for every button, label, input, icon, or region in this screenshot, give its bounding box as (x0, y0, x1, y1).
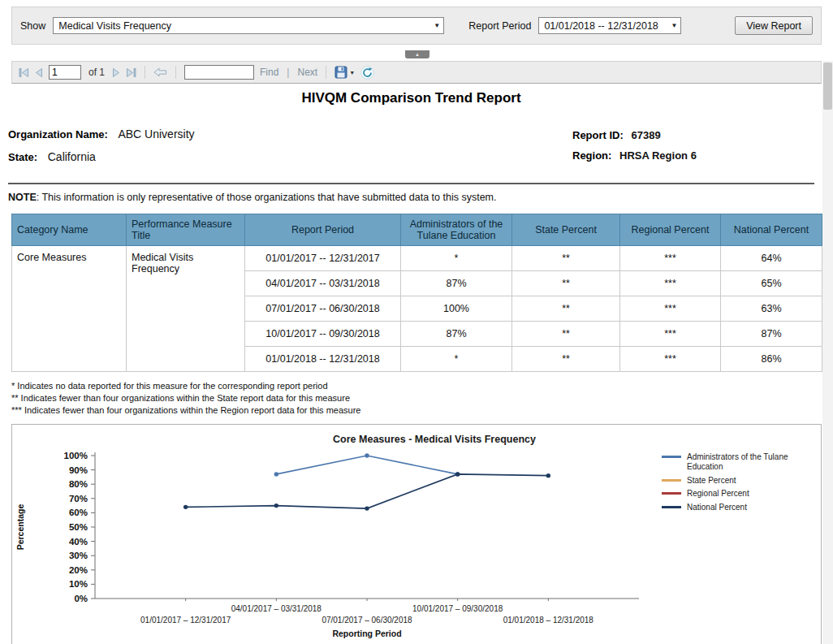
export-save-icon[interactable]: ▼ (334, 66, 355, 79)
series-point (183, 504, 188, 508)
y-tick-label: 80% (69, 479, 88, 489)
national-cell: 87% (721, 322, 822, 347)
col-state-percent: State Percent (512, 214, 620, 246)
first-page-icon[interactable] (19, 68, 29, 77)
series-line (186, 473, 549, 508)
table-row: Core Measures Medical Visits Frequency 0… (12, 246, 822, 271)
period-cell: 10/01/2017 -- 09/30/2018 (245, 322, 401, 347)
legend-label: State Percent (687, 476, 736, 486)
organization-label: Organization Name: (8, 128, 108, 140)
category-cell: Core Measures (12, 246, 127, 372)
organization-value: ABC University (118, 128, 194, 140)
note-label: NOTE (8, 192, 37, 203)
report-toolbar: of 1 Find | Next ▼ (11, 61, 822, 84)
report-viewer: Show Medical Visits Frequency ▼ Report P… (0, 0, 833, 644)
back-to-parent-icon[interactable] (153, 67, 167, 77)
state-cell: ** (512, 347, 620, 372)
last-page-icon[interactable] (126, 68, 136, 77)
report-content: HIVQM Comparison Trend Report Organizati… (0, 84, 822, 644)
period-cell: 04/01/2017 -- 03/31/2018 (245, 271, 401, 296)
national-cell: 86% (721, 347, 822, 372)
report-period-value: 01/01/2018 -- 12/31/2018 (544, 20, 658, 32)
period-cell: 07/01/2017 -- 06/30/2018 (245, 296, 401, 322)
region-label: Region: (572, 149, 611, 162)
find-text-input[interactable] (184, 65, 254, 80)
divider (8, 183, 814, 184)
page-title: HIVQM Comparison Trend Report (0, 90, 822, 106)
legend-item: Regional Percent (662, 489, 814, 499)
national-cell: 65% (721, 271, 822, 296)
series-point (274, 503, 278, 507)
series-point (455, 472, 460, 476)
show-dropdown[interactable]: Medical Visits Frequency ▼ (53, 17, 444, 34)
col-national-percent: National Percent (721, 214, 822, 246)
chart-xlabel: Reporting Period (332, 629, 401, 638)
chevron-down-icon: ▼ (434, 22, 440, 29)
splitter-collapse-handle[interactable]: ▲ (405, 50, 429, 58)
col-report-period: Report Period (245, 214, 401, 246)
page-count-label: of 1 (88, 67, 105, 78)
measure-cell: Medical Visits Frequency (127, 246, 245, 372)
legend-item: State Percent (662, 476, 814, 486)
report-period-label: Report Period (468, 20, 531, 32)
series-line (276, 456, 457, 474)
x-tick-label: 01/01/2017 – 12/31/2017 (140, 616, 231, 625)
admin-cell: * (401, 246, 512, 271)
y-tick-label: 30% (69, 551, 88, 560)
chart-legend: Administrators of the Tulane EducationSt… (662, 452, 814, 516)
series-point (274, 472, 278, 476)
admin-cell: 100% (401, 296, 512, 322)
x-tick-label: 04/01/2017 – 03/31/2018 (231, 604, 322, 613)
legend-swatch (662, 506, 681, 508)
x-tick-label: 07/01/2017 – 06/30/2018 (322, 616, 412, 625)
y-tick-label: 70% (69, 493, 88, 503)
organization-field: Organization Name: ABC University (8, 128, 195, 140)
state-cell: ** (512, 296, 620, 322)
footnote-double-asterisk: ** Indicates fewer than four organizatio… (11, 392, 811, 404)
next-page-icon[interactable] (112, 68, 120, 77)
footnote-triple-asterisk: *** Indicates fewer than four organizati… (11, 404, 811, 417)
report-meta-fields: Report ID: 67389 Region: HRSA Region 6 (572, 129, 697, 170)
current-page-input[interactable] (49, 65, 81, 80)
region-field: Region: HRSA Region 6 (572, 149, 697, 162)
comparison-table: Category Name Performance Measure Title … (11, 214, 822, 372)
trend-chart: Core Measures - Medical Visits Frequency… (11, 424, 822, 644)
parameter-splitter: ▲ (0, 50, 833, 60)
region-cell: *** (620, 271, 721, 296)
state-field: State: California (8, 150, 96, 163)
show-label: Show (20, 20, 45, 32)
col-regional-percent: Regional Percent (620, 214, 721, 246)
y-tick-label: 100% (64, 451, 88, 460)
state-label: State: (8, 151, 37, 163)
find-next-separator: | (287, 67, 289, 78)
chart-ylabel: Percentage (15, 504, 25, 550)
legend-label: Regional Percent (687, 489, 749, 499)
national-cell: 64% (721, 246, 822, 271)
report-id-label: Report ID: (572, 129, 624, 141)
x-tick-label: 01/01/2018 – 12/31/2018 (503, 616, 594, 625)
report-period-dropdown[interactable]: 01/01/2018 -- 12/31/2018 ▼ (538, 17, 681, 34)
vertical-scrollbar[interactable] (822, 61, 833, 644)
y-tick-label: 10% (69, 579, 88, 589)
footnotes: * Indicates no data reported for this me… (11, 380, 811, 417)
scrollbar-thumb[interactable] (823, 63, 832, 110)
y-tick-label: 90% (69, 465, 88, 474)
find-next-link[interactable]: Next (297, 67, 317, 78)
report-id-value: 67389 (631, 129, 660, 141)
find-link[interactable]: Find (260, 67, 278, 78)
note-text: NOTE: This information is only represent… (8, 192, 814, 203)
legend-swatch (662, 479, 681, 482)
series-point (365, 453, 369, 457)
state-cell: ** (512, 246, 620, 271)
footnote-asterisk: * Indicates no data reported for this me… (11, 380, 811, 392)
show-dropdown-value: Medical Visits Frequency (58, 20, 171, 32)
legend-swatch (662, 456, 681, 458)
previous-page-icon[interactable] (35, 68, 43, 77)
state-cell: ** (512, 322, 620, 347)
legend-item: Administrators of the Tulane Education (662, 452, 814, 473)
view-report-button[interactable]: View Report (735, 16, 813, 35)
y-tick-label: 40% (69, 536, 88, 546)
region-cell: *** (620, 347, 721, 372)
refresh-icon[interactable] (360, 66, 374, 80)
x-tick-label: 10/01/2017 – 09/30/2018 (412, 604, 503, 613)
